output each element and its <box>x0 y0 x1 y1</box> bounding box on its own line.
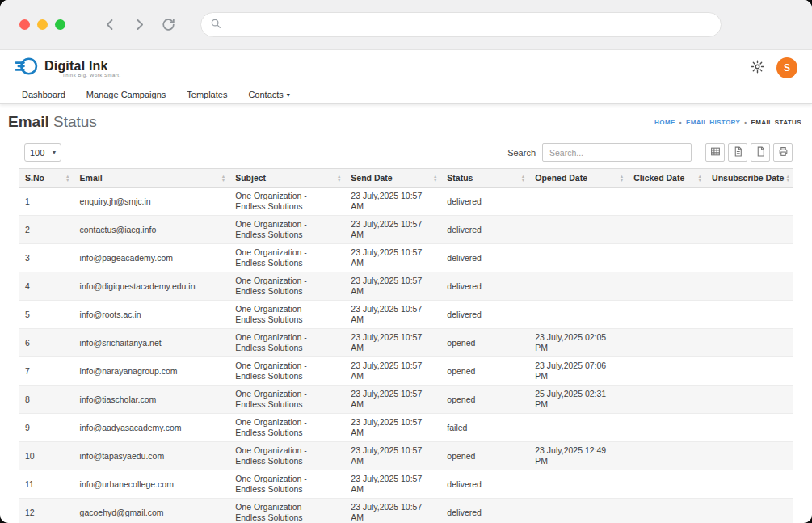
minimize-window-button[interactable] <box>37 19 48 30</box>
column-header-status[interactable]: Status▲▼ <box>440 169 528 188</box>
cell-status: opened <box>440 442 528 470</box>
cell-email: info@srichaitanya.net <box>74 329 229 357</box>
email-status-table: S.No▲▼ Email▲▼ Subject▲▼ Send Date▲▼ Sta… <box>19 168 793 523</box>
cell-email: contactus@iacg.info <box>74 216 229 244</box>
nav-item-dashboard[interactable]: Dashboard <box>11 90 76 99</box>
page-size-select[interactable]: 100 ▾ <box>24 143 61 162</box>
cell-clicked-date <box>627 499 705 523</box>
avatar[interactable]: S <box>776 57 797 78</box>
column-label: Subject <box>235 173 266 183</box>
sort-icon: ▲▼ <box>433 175 437 182</box>
browser-toolbar <box>0 0 812 50</box>
close-window-button[interactable] <box>19 19 30 30</box>
browser-window: Digital Ink Think Big. Work Smart. S Das… <box>0 0 812 523</box>
cell-status: opened <box>440 329 528 357</box>
nav-item-manage-campaigns[interactable]: Manage Campaigns <box>76 90 176 99</box>
table-row: 5info@roots.ac.inOne Organization - Endl… <box>19 301 793 329</box>
cell-email: enquiry.jh@smjc.in <box>74 188 229 216</box>
column-header-unsubscribe-date[interactable]: Unsubscribe Date▲▼ <box>705 169 793 188</box>
brand[interactable]: Digital Ink Think Big. Work Smart. <box>15 54 121 82</box>
sort-icon: ▲▼ <box>620 175 624 182</box>
cell-clicked-date <box>627 470 705 499</box>
column-label: Opened Date <box>535 173 587 183</box>
column-header-sno[interactable]: S.No▲▼ <box>19 169 74 188</box>
reload-icon[interactable] <box>161 17 176 32</box>
cell-sno: 7 <box>19 357 74 386</box>
sort-icon: ▲▼ <box>337 175 341 182</box>
cell-email: info@pageacademy.com <box>74 244 229 272</box>
email-status-table-wrap: S.No▲▼ Email▲▼ Subject▲▼ Send Date▲▼ Sta… <box>0 162 812 523</box>
digital-ink-logo-icon <box>15 54 39 82</box>
cell-opened-date <box>528 470 627 499</box>
pdf-file-icon <box>755 146 766 159</box>
cell-opened-date: 23 July,2025 02:05 PM <box>528 329 627 357</box>
cell-unsubscribe-date <box>705 216 793 244</box>
cell-email: info@urbanecollege.com <box>74 470 229 499</box>
cell-clicked-date <box>627 216 705 244</box>
search-icon <box>210 18 221 32</box>
breadcrumb-email-history[interactable]: EMAIL HISTORY <box>686 119 740 126</box>
table-header-row: S.No▲▼ Email▲▼ Subject▲▼ Send Date▲▼ Sta… <box>19 169 793 188</box>
toolbar-right: Search <box>507 143 793 162</box>
cell-sno: 8 <box>19 386 74 414</box>
table-row: 7info@narayanagroup.comOne Organization … <box>19 357 793 386</box>
column-header-send-date[interactable]: Send Date▲▼ <box>344 169 440 188</box>
column-header-subject[interactable]: Subject▲▼ <box>229 169 344 188</box>
pdf-export-button[interactable] <box>751 143 770 162</box>
breadcrumb-home[interactable]: HOME <box>654 119 675 126</box>
url-bar[interactable] <box>200 12 722 37</box>
cell-send-date: 23 July,2025 10:57 AM <box>344 386 440 414</box>
cell-email: info@roots.ac.in <box>74 301 229 329</box>
column-header-email[interactable]: Email▲▼ <box>74 169 229 188</box>
cell-email: info@digiquestacademy.edu.in <box>74 272 229 301</box>
nav-item-contacts[interactable]: Contacts ▾ <box>238 90 300 99</box>
page-title-bold: Email <box>8 113 49 130</box>
cell-email: info@narayanagroup.com <box>74 357 229 386</box>
cell-unsubscribe-date <box>705 357 793 386</box>
cell-clicked-date <box>627 188 705 216</box>
back-icon[interactable] <box>103 17 118 32</box>
cell-sno: 5 <box>19 301 74 329</box>
cell-send-date: 23 July,2025 10:57 AM <box>344 272 440 301</box>
cell-clicked-date <box>627 329 705 357</box>
page-title: Email Status <box>8 113 97 131</box>
column-label: Email <box>80 173 103 183</box>
cell-sno: 9 <box>19 414 74 442</box>
forward-icon[interactable] <box>132 17 147 32</box>
column-header-opened-date[interactable]: Opened Date▲▼ <box>528 169 627 188</box>
printer-icon <box>778 146 789 159</box>
table-export-button[interactable] <box>705 143 725 162</box>
cell-unsubscribe-date <box>705 386 793 414</box>
cell-send-date: 23 July,2025 10:57 AM <box>344 414 440 442</box>
search-label: Search <box>507 148 536 158</box>
cell-unsubscribe-date <box>705 414 793 442</box>
export-buttons <box>705 143 793 162</box>
column-header-clicked-date[interactable]: Clicked Date▲▼ <box>627 169 705 188</box>
maximize-window-button[interactable] <box>55 19 65 30</box>
cell-email: info@tapasyaedu.com <box>74 442 229 470</box>
cell-unsubscribe-date <box>705 442 793 470</box>
column-label: Clicked Date <box>633 173 684 183</box>
nav-item-label: Manage Campaigns <box>86 90 166 99</box>
cell-subject: One Organization - Endless Solutions <box>229 244 344 272</box>
table-row: 11info@urbanecollege.comOne Organization… <box>19 470 793 499</box>
cell-subject: One Organization - Endless Solutions <box>229 357 344 386</box>
breadcrumb-separator: • <box>679 119 682 126</box>
table-row: 10info@tapasyaedu.comOne Organization - … <box>19 442 793 470</box>
cell-sno: 4 <box>19 272 74 301</box>
nav-item-templates[interactable]: Templates <box>176 90 238 99</box>
table-row: 12gacoehyd@gmail.comOne Organization - E… <box>19 499 793 523</box>
cell-sno: 10 <box>19 442 74 470</box>
cell-sno: 1 <box>19 188 74 216</box>
breadcrumb: HOME • EMAIL HISTORY • EMAIL STATUS <box>654 119 801 126</box>
excel-export-button[interactable] <box>728 143 747 162</box>
print-button[interactable] <box>773 143 793 162</box>
cell-status: delivered <box>440 301 528 329</box>
cell-subject: One Organization - Endless Solutions <box>229 329 344 357</box>
sort-icon: ▲▼ <box>521 175 525 182</box>
search-input[interactable] <box>542 143 692 162</box>
settings-button[interactable] <box>751 60 764 76</box>
cell-email: info@tiascholar.com <box>74 386 229 414</box>
cell-unsubscribe-date <box>705 188 793 216</box>
cell-opened-date: 23 July,2025 12:49 PM <box>528 442 627 470</box>
